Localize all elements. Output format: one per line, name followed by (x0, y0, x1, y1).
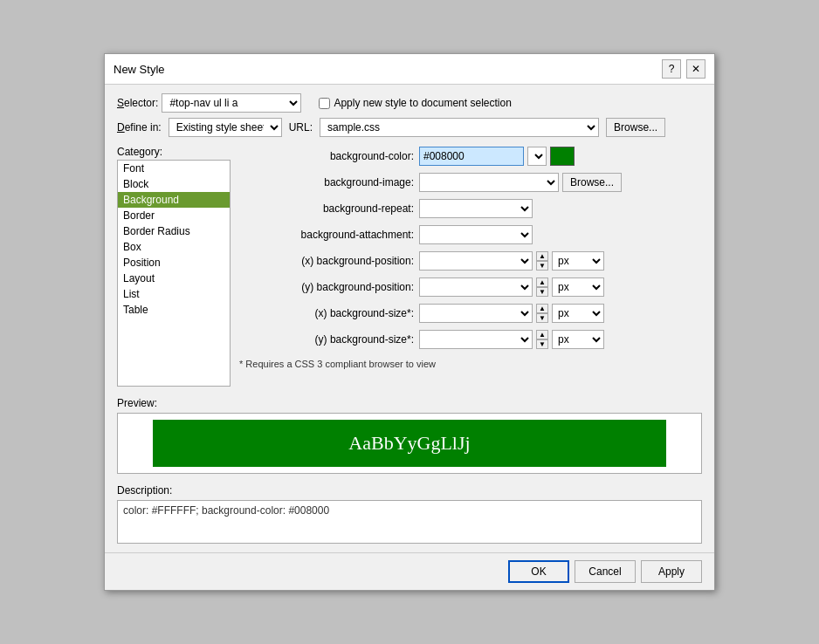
preview-section: Preview: AaBbYyGgLlJj (117, 397, 702, 474)
bg-pos-y-row: (y) background-position: ▲ ▼ px (239, 277, 702, 298)
bg-color-label: background-color: (239, 150, 414, 162)
dialog-body: Selector: #top-nav ul li a Apply new sty… (105, 85, 714, 552)
bg-pos-x-label: (x) background-position: (239, 255, 414, 267)
bg-color-combo-arrow[interactable] (527, 147, 547, 166)
bg-size-x-spinner: ▲ ▼ (536, 304, 548, 323)
bg-size-y-combo[interactable] (419, 330, 533, 349)
cat-background[interactable]: Background (118, 192, 230, 208)
category-panel: Category: Font Block Background Border B… (117, 146, 231, 387)
define-in-label: Define in: (117, 121, 162, 134)
description-label: Description: (117, 484, 702, 497)
bg-repeat-input-area (419, 199, 702, 218)
bg-pos-y-label: (y) background-position: (239, 281, 414, 293)
bg-pos-x-down[interactable]: ▼ (536, 261, 548, 271)
dialog-title: New Style (114, 63, 165, 76)
bg-size-y-row: (y) background-size*: ▲ ▼ px (239, 329, 702, 350)
description-section: Description: color: #FFFFFF; background-… (117, 484, 702, 544)
cat-block[interactable]: Block (118, 176, 230, 192)
bg-color-input[interactable] (419, 147, 524, 166)
cat-list[interactable]: List (118, 286, 230, 302)
bg-size-y-label: (y) background-size*: (239, 333, 414, 346)
category-label: Category: (117, 146, 231, 158)
bg-pos-x-row: (x) background-position: ▲ ▼ px (239, 250, 702, 271)
bg-size-x-label: (x) background-size*: (239, 307, 414, 319)
bg-image-combo[interactable] (419, 173, 559, 192)
bg-size-x-down[interactable]: ▼ (536, 313, 548, 323)
url-combo[interactable]: sample.css (320, 118, 599, 137)
apply-check-label: Apply new style to document selection (334, 97, 511, 109)
close-button[interactable]: ✕ (686, 59, 705, 79)
cancel-button[interactable]: Cancel (575, 560, 636, 583)
title-bar-controls: ? ✕ (662, 59, 705, 79)
bg-repeat-row: background-repeat: (239, 198, 702, 219)
bg-pos-y-input-area: ▲ ▼ px (419, 277, 702, 297)
preview-text: AaBbYyGgLlJj (153, 420, 666, 467)
main-area: Category: Font Block Background Border B… (117, 146, 702, 387)
bg-size-x-row: (x) background-size*: ▲ ▼ px (239, 303, 702, 324)
bg-size-y-down[interactable]: ▼ (536, 339, 548, 349)
url-browse-button[interactable]: Browse... (606, 118, 665, 137)
bg-repeat-label: background-repeat: (239, 202, 414, 215)
bg-pos-x-unit[interactable]: px (552, 251, 604, 271)
bg-pos-y-unit[interactable]: px (552, 277, 604, 297)
bg-pos-x-up[interactable]: ▲ (536, 251, 548, 261)
bg-size-y-input-area: ▲ ▼ px (419, 330, 702, 349)
bg-pos-x-combo[interactable] (419, 251, 533, 271)
preview-box: AaBbYyGgLlJj (117, 413, 702, 474)
cat-border[interactable]: Border (118, 208, 230, 223)
bg-image-row: background-image: Browse... (239, 172, 702, 193)
top-row: Selector: #top-nav ul li a Apply new sty… (117, 93, 702, 113)
bg-color-input-area (419, 147, 702, 166)
bg-size-y-up[interactable]: ▲ (536, 330, 548, 339)
bg-pos-y-down[interactable]: ▼ (536, 287, 548, 297)
apply-button[interactable]: Apply (641, 560, 702, 583)
cat-border-radius[interactable]: Border Radius (118, 223, 230, 239)
preview-label: Preview: (117, 397, 702, 409)
bg-size-x-combo[interactable] (419, 304, 533, 323)
selector-combo[interactable]: #top-nav ul li a (162, 93, 301, 113)
bg-image-browse-btn[interactable]: Browse... (562, 173, 622, 192)
description-text: color: #FFFFFF; background-color: #00800… (117, 500, 702, 544)
selector-row: Selector: #top-nav ul li a (117, 93, 301, 113)
bg-pos-y-spinner: ▲ ▼ (536, 277, 548, 297)
cat-layout[interactable]: Layout (118, 271, 230, 286)
bg-size-x-up[interactable]: ▲ (536, 304, 548, 313)
bg-attachment-row: background-attachment: (239, 224, 702, 245)
bg-size-y-unit[interactable]: px (552, 330, 604, 349)
apply-new-style-checkbox[interactable] (319, 98, 330, 109)
category-list[interactable]: Font Block Background Border Border Radi… (117, 160, 231, 387)
color-swatch (550, 147, 575, 166)
bg-image-input-area: Browse... (419, 173, 702, 192)
cat-font[interactable]: Font (118, 161, 230, 176)
apply-check-row: Apply new style to document selection (319, 97, 511, 109)
button-row: OK Cancel Apply (105, 552, 714, 590)
ok-button[interactable]: OK (508, 560, 569, 583)
define-row: Define in: Existing style sheet URL: sam… (117, 118, 702, 137)
new-style-dialog: New Style ? ✕ Selector: #top-nav ul li a… (104, 53, 715, 591)
define-in-combo[interactable]: Existing style sheet (169, 118, 282, 137)
bg-pos-y-up[interactable]: ▲ (536, 277, 548, 287)
bg-attachment-label: background-attachment: (239, 229, 414, 241)
bg-pos-y-combo[interactable] (419, 277, 533, 297)
cat-position[interactable]: Position (118, 255, 230, 271)
cat-table[interactable]: Table (118, 302, 230, 318)
bg-pos-x-input-area: ▲ ▼ px (419, 251, 702, 271)
bg-attachment-combo[interactable] (419, 225, 533, 244)
selector-label: Selector: (117, 97, 158, 109)
url-label: URL: (289, 121, 313, 134)
bg-size-x-unit[interactable]: px (552, 304, 604, 323)
bg-attachment-input-area (419, 225, 702, 244)
help-button[interactable]: ? (662, 59, 681, 79)
title-bar: New Style ? ✕ (105, 54, 714, 85)
bg-image-label: background-image: (239, 176, 414, 188)
bg-repeat-combo[interactable] (419, 199, 533, 218)
bg-pos-x-spinner: ▲ ▼ (536, 251, 548, 271)
css3-footnote: * Requires a CSS 3 compliant browser to … (239, 359, 702, 369)
properties-panel: background-color: background-image: Brow… (239, 146, 702, 387)
bg-color-row: background-color: (239, 146, 702, 167)
cat-box[interactable]: Box (118, 239, 230, 255)
bg-size-y-spinner: ▲ ▼ (536, 330, 548, 349)
bg-size-x-input-area: ▲ ▼ px (419, 304, 702, 323)
